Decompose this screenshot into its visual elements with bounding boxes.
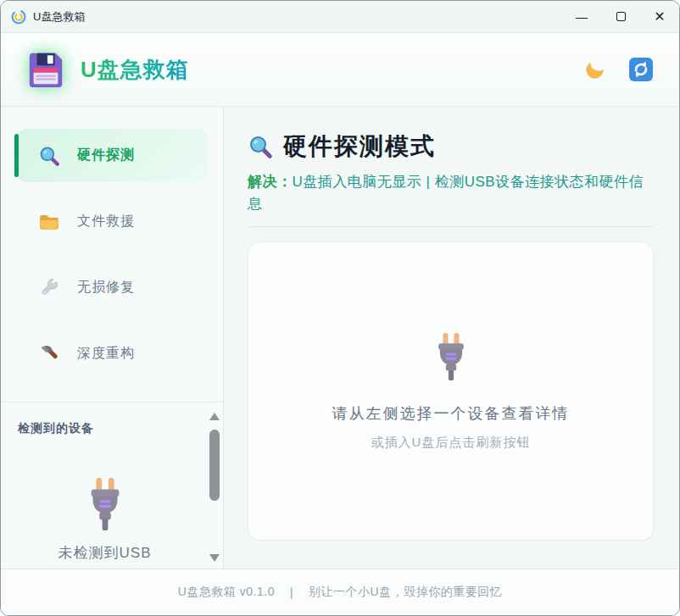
main-heading: 硬件探测模式 <box>248 130 654 163</box>
app-version: U盘急救箱 v0.1.0 <box>178 585 275 600</box>
app-title: U盘急救箱 <box>81 55 189 85</box>
app-header: U盘急救箱 <box>1 33 679 107</box>
device-detail-card: 请从左侧选择一个设备查看详情 或插入U盘后点击刷新按钮 <box>248 241 654 541</box>
device-empty-state: 未检测到USB <box>18 436 192 563</box>
minimize-button[interactable]: — <box>562 1 601 33</box>
folder-icon <box>38 211 60 233</box>
hammer-icon <box>38 343 60 365</box>
detected-devices-panel: 检测到的设备 未检测到USB <box>1 402 223 569</box>
magnifier-icon <box>248 134 273 159</box>
title-bar: U盘急救箱 — ✕ <box>1 1 679 33</box>
sidebar: 硬件探测 文件救援 无损修复 <box>1 107 224 569</box>
refresh-icon <box>628 57 654 82</box>
sidebar-item-label: 深度重构 <box>77 345 135 363</box>
magnifier-icon <box>38 145 60 167</box>
sidebar-item-lossless-repair[interactable]: 无损修复 <box>16 261 208 314</box>
page-subtitle: 解决：U盘插入电脑无显示 | 检测USB设备连接状态和硬件信息 <box>248 171 654 227</box>
plug-icon <box>427 330 475 381</box>
status-bar: U盘急救箱 v0.1.0 | 别让一个小U盘，毁掉你的重要回忆 <box>1 569 679 615</box>
header-actions <box>584 57 654 82</box>
floppy-disk-icon <box>25 48 67 91</box>
sidebar-item-label: 硬件探测 <box>77 147 135 164</box>
sidebar-item-label: 文件救援 <box>77 213 135 230</box>
theme-toggle-button[interactable] <box>584 58 606 80</box>
card-hint-secondary: 或插入U盘后点击刷新按钮 <box>371 435 531 451</box>
page-title: 硬件探测模式 <box>283 130 436 163</box>
detected-devices-header: 检测到的设备 <box>18 421 206 436</box>
close-icon: ✕ <box>654 8 665 25</box>
app-logo-icon <box>11 9 26 25</box>
no-device-text: 未检测到USB <box>18 543 192 563</box>
sidebar-item-hardware-detect[interactable]: 硬件探测 <box>16 129 208 182</box>
minimize-icon: — <box>576 10 588 24</box>
card-hint-primary: 请从左侧选择一个设备查看详情 <box>332 403 570 424</box>
scrollbar-thumb[interactable] <box>209 430 220 501</box>
maximize-icon <box>616 12 626 21</box>
subtitle-prefix: 解决： <box>248 174 293 190</box>
close-button[interactable]: ✕ <box>640 1 679 33</box>
main-content: 硬件探测模式 解决：U盘插入电脑无显示 | 检测USB设备连接状态和硬件信息 请… <box>224 107 679 569</box>
scroll-down-arrow-icon[interactable] <box>209 554 220 562</box>
subtitle-text: U盘插入电脑无显示 | 检测USB设备连接状态和硬件信息 <box>248 174 644 212</box>
window-title: U盘急救箱 <box>33 9 85 25</box>
sidebar-item-label: 无损修复 <box>77 279 135 297</box>
sidebar-scrollbar[interactable] <box>209 411 220 563</box>
footer-tagline: 别让一个小U盘，毁掉你的重要回忆 <box>309 585 502 600</box>
footer-separator: | <box>290 585 293 599</box>
wrench-icon <box>38 277 60 299</box>
maximize-button[interactable] <box>601 1 640 33</box>
sidebar-item-deep-rebuild[interactable]: 深度重构 <box>16 327 208 380</box>
sidebar-item-file-rescue[interactable]: 文件救援 <box>16 195 208 248</box>
plug-icon <box>79 475 131 531</box>
scroll-up-arrow-icon[interactable] <box>209 413 220 420</box>
sidebar-nav: 硬件探测 文件救援 无损修复 <box>1 107 223 402</box>
refresh-button[interactable] <box>628 57 654 82</box>
moon-icon <box>584 58 606 80</box>
app-body: 硬件探测 文件救援 无损修复 <box>1 107 679 569</box>
app-window: U盘急救箱 — ✕ U盘急救箱 <box>0 0 680 616</box>
